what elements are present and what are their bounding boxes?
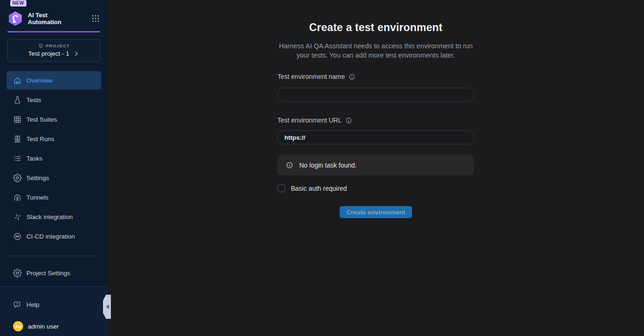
help-icon: ? [13,300,22,309]
cube-icon [38,43,44,49]
gear-icon [13,269,22,278]
sidebar-divider [7,256,100,256]
info-icon[interactable] [348,73,355,80]
env-url-label: Test environment URL [277,116,342,124]
sidebar-item-label: Tasks [26,155,43,162]
basic-auth-row: Basic auth required [277,184,474,192]
app-title: AI Test Automation [28,12,69,26]
sidebar-item-label: Overview [26,77,52,84]
app-root: NEW AI Test Automation PROJECT Test proj… [0,0,644,336]
grid-icon [13,115,22,124]
env-url-input[interactable] [277,130,474,144]
sidebar-nav: OverviewTestsTest SuitesTest RunsTasksSe… [6,71,101,246]
avatar: AU [13,321,23,331]
brand-divider [7,31,100,32]
sidebar-item-label: Test Suites [26,116,57,123]
info-icon[interactable] [345,117,352,124]
sidebar-item-slack-integration[interactable]: Slack integration [6,207,101,226]
sidebar-item-test-runs[interactable]: Test Runs [6,129,101,148]
sidebar: NEW AI Test Automation PROJECT Test proj… [0,0,108,336]
submit-row: Create environment [277,206,474,218]
user-menu[interactable]: AU admin user [6,321,101,331]
app-logo-icon [7,11,23,26]
env-name-input[interactable] [277,88,474,102]
brand-header: AI Test Automation [0,8,108,29]
new-badge: NEW [10,0,26,6]
sidebar-item-settings[interactable]: Settings [6,168,101,187]
slack-icon [13,213,22,221]
page-subtitle: Harness AI QA Assistant needs to access … [277,41,474,60]
collapse-left-arrow-icon [106,304,109,309]
sidebar-item-label: Settings [26,174,49,181]
tunnel-icon [13,193,22,202]
sidebar-item-label: Tests [26,97,41,103]
help-label: Help [26,301,39,308]
apps-grid-icon[interactable] [91,14,100,23]
basic-auth-label: Basic auth required [291,185,347,192]
create-environment-form: Create a test environment Harness AI QA … [277,21,474,218]
sidebar-item-label: Slack integration [26,213,73,220]
flask-icon [13,96,22,104]
project-selector[interactable]: PROJECT Test project - 1 [7,39,100,62]
project-label-row: PROJECT [13,43,95,49]
basic-auth-checkbox[interactable] [277,184,285,192]
sidebar-item-project-settings[interactable]: Project Settings [6,264,101,282]
sidebar-item-help[interactable]: ? Help [6,295,101,314]
sidebar-item-label: Test Runs [26,136,54,142]
task-list-icon [13,154,22,163]
gear-icon [13,174,22,182]
sidebar-item-test-suites[interactable]: Test Suites [6,110,101,129]
notice-text: No login task found. [299,162,357,169]
svg-text:?: ? [16,302,18,306]
env-name-label: Test environment name [277,73,345,80]
main-content: Create a test environment Harness AI QA … [108,0,644,336]
cicd-icon [13,232,22,241]
sidebar-item-label: Tunnels [26,194,49,201]
sidebar-item-label: CI-CD integration [26,233,75,240]
env-name-label-row: Test environment name [277,73,474,80]
chevron-right-icon [73,51,79,57]
sidebar-item-tasks[interactable]: Tasks [6,149,101,168]
page-title: Create a test environment [277,21,474,34]
sidebar-item-overview[interactable]: Overview [6,71,101,90]
home-icon [13,76,22,85]
info-icon [286,162,293,169]
project-name: Test project - 1 [28,50,70,57]
sidebar-collapse-handle[interactable] [103,295,111,319]
user-name: admin user [28,323,59,330]
env-url-label-row: Test environment URL [277,116,474,124]
sidebar-item-label: Project Settings [26,270,71,277]
sidebar-item-tests[interactable]: Tests [6,90,101,109]
sidebar-footer-nav: Project Settings [6,264,101,283]
sidebar-item-tunnels[interactable]: Tunnels [6,188,101,207]
login-task-notice: No login task found. [277,155,474,175]
project-name-row: Test project - 1 [13,50,95,57]
test-runs-icon [13,135,22,143]
sidebar-bottom: ? Help AU admin user [0,286,108,336]
create-environment-button[interactable]: Create environment [340,206,412,218]
project-label: PROJECT [46,44,70,48]
sidebar-item-ci-cd-integration[interactable]: CI-CD integration [6,227,101,246]
